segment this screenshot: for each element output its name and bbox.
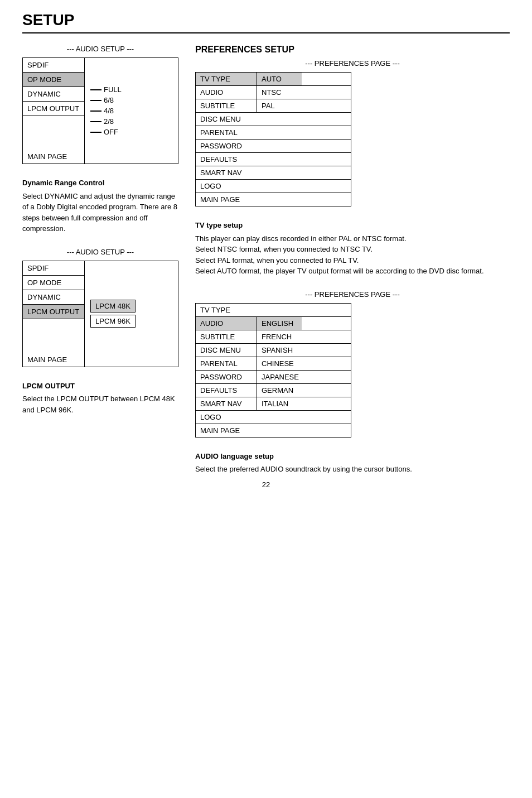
audio-item-spdif[interactable]: SPDIF	[23, 58, 84, 73]
pref-label-tvtype: TV TYPE	[196, 73, 257, 85]
pref-page-bottom-label: --- PREFERENCES PAGE ---	[195, 290, 510, 299]
pref-b-row-subtitle[interactable]: SUBTITLE FRENCH	[196, 330, 351, 344]
lpcm-96k-option[interactable]: LPCM 96K	[90, 315, 136, 328]
pref-page-top-label: --- PREFERENCES PAGE ---	[195, 59, 510, 68]
pref-label-password: PASSWORD	[196, 140, 257, 152]
pref-row-logo[interactable]: LOGO	[196, 180, 351, 193]
pref-label-parental: PARENTAL	[196, 126, 257, 139]
pref-b-row-password[interactable]: PASSWORD JAPANESE	[196, 371, 351, 384]
pref-b-value-parental: CHINESE	[257, 357, 302, 370]
pref-b-row-defaults[interactable]: DEFAULTS GERMAN	[196, 384, 351, 397]
audio-b-item-opmode[interactable]: OP MODE	[23, 276, 84, 290]
dynamic-range-section: Dynamic Range Control Select DYNAMIC and…	[22, 177, 178, 234]
preferences-table-bottom: TV TYPE AUDIO ENGLISH SUBTITLE FRENCH DI…	[195, 303, 351, 438]
pref-b-row-smartnav[interactable]: SMART NAV ITALIAN	[196, 397, 351, 411]
pref-b-label-parental: PARENTAL	[196, 357, 257, 370]
tick-2-8	[90, 121, 101, 122]
pref-row-audio[interactable]: AUDIO NTSC	[196, 86, 351, 99]
pref-value-tvtype: AUTO	[257, 73, 302, 85]
pref-b-label-password: PASSWORD	[196, 371, 257, 383]
audio-lang-text: Select the preferred AUDIO soundtrack by…	[195, 464, 510, 475]
pref-b-row-discmenu[interactable]: DISC MENU SPANISH	[196, 344, 351, 357]
pref-b-label-audio: AUDIO	[196, 317, 257, 330]
pref-b-label-discmenu: DISC MENU	[196, 344, 257, 357]
pref-row-defaults[interactable]: DEFAULTS	[196, 153, 351, 166]
dynamic-range-text: Select DYNAMIC and adjust the dynamic ra…	[22, 191, 178, 234]
audio-lang-title: AUDIO language setup	[195, 451, 510, 462]
tick-full	[90, 89, 101, 90]
label-full: FULL	[104, 85, 122, 94]
preferences-table-top: TV TYPE AUTO AUDIO NTSC SUBTITLE PAL DIS…	[195, 72, 351, 206]
pref-b-label-tvtype: TV TYPE	[196, 304, 257, 316]
audio-b-item-dynamic[interactable]: DYNAMIC	[23, 290, 84, 305]
audio-lang-section: AUDIO language setup Select the preferre…	[195, 451, 510, 475]
lpcm-output-title: LPCM OUTPUT	[22, 381, 178, 392]
pref-row-tvtype[interactable]: TV TYPE AUTO	[196, 73, 351, 86]
tick-6-8	[90, 100, 101, 101]
label-off: OFF	[104, 128, 118, 136]
pref-b-row-logo[interactable]: LOGO	[196, 411, 351, 424]
audio-item-lpcm[interactable]: LPCM OUTPUT	[23, 102, 84, 116]
pref-b-value-audio: ENGLISH	[257, 317, 302, 330]
audio-item-mainpage[interactable]: MAIN PAGE	[23, 150, 84, 164]
page-number: 22	[22, 480, 510, 489]
pref-b-value-defaults: GERMAN	[257, 384, 302, 397]
audio-setup-top-panel: SPDIF OP MODE DYNAMIC LPCM OUTPUT MAIN P…	[22, 57, 178, 164]
tv-type-section: TV type setup This player can play discs…	[195, 220, 510, 277]
dynamic-range-title: Dynamic Range Control	[22, 177, 178, 189]
slider-off: OFF	[90, 127, 122, 137]
pref-label-audio: AUDIO	[196, 86, 257, 99]
audio-setup-top-label: --- AUDIO SETUP ---	[22, 45, 178, 53]
audio-b-item-lpcm[interactable]: LPCM OUTPUT	[23, 305, 84, 319]
pref-b-value-discmenu: SPANISH	[257, 344, 302, 357]
lpcm-output-section: LPCM OUTPUT Select the LPCM OUTPUT betwe…	[22, 381, 178, 416]
pref-row-mainpage[interactable]: MAIN PAGE	[196, 193, 351, 206]
pref-b-row-parental[interactable]: PARENTAL CHINESE	[196, 357, 351, 371]
audio-item-opmode[interactable]: OP MODE	[23, 73, 84, 87]
pref-label-defaults: DEFAULTS	[196, 153, 257, 166]
pref-b-label-subtitle: SUBTITLE	[196, 330, 257, 343]
page-title: SETUP	[22, 11, 510, 33]
audio-menu-top: SPDIF OP MODE DYNAMIC LPCM OUTPUT MAIN P…	[23, 58, 85, 164]
audio-menu-bottom: SPDIF OP MODE DYNAMIC LPCM OUTPUT MAIN P…	[23, 261, 85, 367]
slider-6-8: 6/8	[90, 95, 122, 105]
preferences-setup-title: PREFERENCES SETUP	[195, 45, 510, 55]
slider-2-8: 2/8	[90, 116, 122, 127]
audio-lpcm-options: LPCM 48K LPCM 96K	[85, 261, 141, 367]
pref-row-password[interactable]: PASSWORD	[196, 140, 351, 153]
label-2-8: 2/8	[104, 117, 114, 126]
lpcm-output-text: Select the LPCM OUTPUT between LPCM 48K …	[22, 393, 178, 415]
pref-label-subtitle: SUBTITLE	[196, 99, 257, 112]
pref-b-value-smartnav: ITALIAN	[257, 397, 302, 410]
pref-row-discmenu[interactable]: DISC MENU	[196, 113, 351, 126]
pref-label-discmenu: DISC MENU	[196, 113, 257, 126]
audio-setup-bottom-label: --- AUDIO SETUP ---	[22, 248, 178, 256]
audio-b-item-spdif[interactable]: SPDIF	[23, 261, 84, 276]
tv-type-title: TV type setup	[195, 220, 510, 231]
label-4-8: 4/8	[104, 107, 114, 115]
pref-b-value-password: JAPANESE	[257, 371, 303, 383]
audio-b-item-mainpage[interactable]: MAIN PAGE	[23, 353, 84, 367]
slider-full: FULL	[90, 84, 122, 95]
audio-setup-bottom-panel: SPDIF OP MODE DYNAMIC LPCM OUTPUT MAIN P…	[22, 261, 178, 367]
slider-4-8: 4/8	[90, 105, 122, 116]
tick-4-8	[90, 110, 101, 112]
label-6-8: 6/8	[104, 96, 114, 104]
pref-value-subtitle: PAL	[257, 99, 302, 112]
pref-row-smartnav[interactable]: SMART NAV	[196, 166, 351, 180]
pref-b-row-mainpage[interactable]: MAIN PAGE	[196, 424, 351, 437]
audio-slider-top: FULL 6/8 4/8 2/8 OFF	[85, 58, 127, 164]
pref-b-label-smartnav: SMART NAV	[196, 397, 257, 410]
pref-b-value-subtitle: FRENCH	[257, 330, 302, 343]
lpcm-48k-option[interactable]: LPCM 48K	[90, 300, 136, 313]
pref-b-label-logo: LOGO	[196, 411, 257, 424]
tv-type-text: This player can play discs recorded in e…	[195, 233, 510, 277]
pref-row-parental[interactable]: PARENTAL	[196, 126, 351, 140]
pref-label-smartnav: SMART NAV	[196, 166, 257, 179]
audio-item-dynamic[interactable]: DYNAMIC	[23, 87, 84, 102]
pref-b-label-mainpage: MAIN PAGE	[196, 424, 257, 437]
pref-row-subtitle[interactable]: SUBTITLE PAL	[196, 99, 351, 113]
pref-label-mainpage: MAIN PAGE	[196, 193, 257, 206]
pref-b-row-audio[interactable]: AUDIO ENGLISH	[196, 317, 351, 330]
pref-b-row-tvtype[interactable]: TV TYPE	[196, 304, 351, 317]
